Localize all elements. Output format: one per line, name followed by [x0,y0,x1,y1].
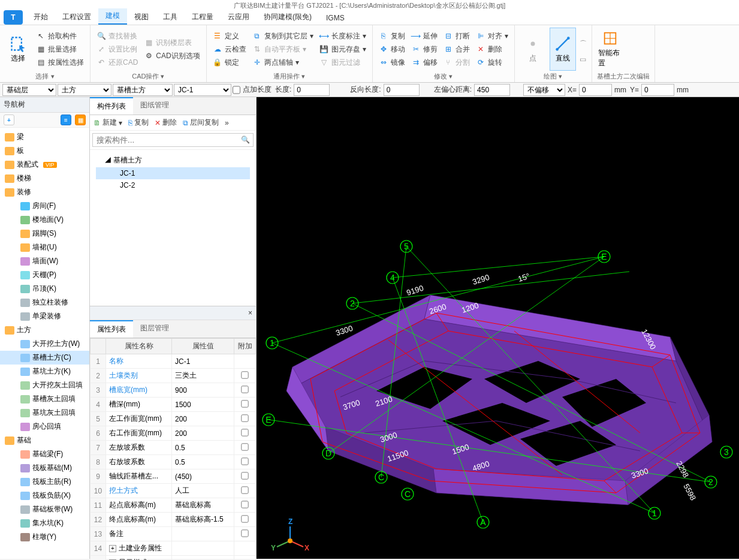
cloud-check[interactable]: ☁云检查 [212,44,248,55]
nav-item[interactable]: 柱墩(Y) [0,530,89,544]
category-select[interactable]: 土方 [58,84,111,96]
nav-item[interactable]: 装配式VIP [0,158,89,171]
property-row[interactable]: 6右工作面宽(mm)200 [91,426,256,441]
nav-item[interactable]: 踢脚(S) [0,227,89,240]
length-input[interactable] [294,84,330,96]
prop-value[interactable]: 200 [172,412,234,426]
offset-select[interactable]: 不偏移 [523,84,565,96]
tab-modeling[interactable]: 建模 [98,8,127,25]
prop-value[interactable]: JC-1 [172,354,234,369]
mirror[interactable]: ⇔镜像 [378,57,406,68]
prop-value[interactable]: 人工 [172,484,234,498]
eccentric-input[interactable] [474,84,510,96]
property-row[interactable]: 10挖土方式人工 [91,484,256,498]
tab-collab[interactable]: 协同建模(限免) [257,10,319,25]
nav-item[interactable]: 筏板负筋(X) [0,489,89,502]
layer-copy-button[interactable]: ⧉层间复制 [183,118,219,128]
element-filter[interactable]: ▽图元过滤 [318,57,367,68]
nav-item[interactable]: 土方 [0,323,89,337]
nav-item[interactable]: 筏板基础(M) [0,461,89,475]
nav-item[interactable]: 墙裙(U) [0,240,89,254]
tab-layer-mgmt[interactable]: 图层管理 [133,320,176,338]
find-replace[interactable]: 🔍查找替换 [95,31,139,42]
property-row[interactable]: 1名称JC-1 [91,354,256,369]
tab-tools[interactable]: 工具 [156,10,185,25]
prop-extra-checkbox[interactable] [241,429,248,436]
layer-select[interactable]: 基础层 [2,84,56,96]
trim[interactable]: ✂修剪 [410,44,439,55]
expand-icon[interactable]: + [109,545,116,552]
tab-cloud[interactable]: 云应用 [221,10,257,25]
tab-property-list[interactable]: 属性列表 [90,320,133,338]
property-row[interactable]: 14+土建业务属性 [91,541,256,556]
prop-extra-checkbox[interactable] [241,501,248,508]
nav-item[interactable]: 大开挖土方(W) [0,337,89,351]
nav-item[interactable]: 楼梯 [0,171,89,185]
prop-extra-checkbox[interactable] [241,386,248,393]
prop-extra-checkbox[interactable] [241,400,248,407]
nav-item[interactable]: 单梁装修 [0,309,89,323]
prop-extra-checkbox[interactable] [241,457,248,465]
property-row[interactable]: 2土壤类别三类土 [91,369,256,383]
nav-item[interactable]: 墙面(W) [0,254,89,268]
tab-component-list[interactable]: 构件列表 [90,97,133,115]
nav-item[interactable]: 装修 [0,185,89,199]
nav-item[interactable]: 基础板带(W) [0,502,89,516]
property-row[interactable]: 12终点底标高(m)基础底标高-1.5 [91,513,256,527]
copy-component-button[interactable]: ⎘复制 [128,118,149,128]
prop-extra-checkbox[interactable] [241,515,248,522]
nav-item[interactable]: 集水坑(K) [0,516,89,530]
prop-value[interactable]: 200 [172,426,234,441]
tab-view[interactable]: 视图 [127,10,156,25]
select-button[interactable]: 选择 [5,28,31,71]
prop-extra-checkbox[interactable] [241,529,248,537]
comp-item-jc1[interactable]: JC-1 [96,167,250,179]
y-input[interactable] [641,84,674,96]
nav-item[interactable]: 基坑灰土回填 [0,406,89,420]
property-row[interactable]: 8右放坡系数0.5 [91,455,256,469]
prop-extra-checkbox[interactable] [241,472,248,479]
prop-extra-checkbox[interactable] [241,486,248,493]
nav-item[interactable]: 梁 [0,130,89,144]
prop-value[interactable]: (450) [172,469,234,484]
move[interactable]: ✥移动 [378,44,406,55]
tab-drawing-mgmt[interactable]: 图纸管理 [133,97,176,115]
more-button[interactable]: » [225,119,229,127]
close-icon[interactable]: × [248,309,252,317]
nav-view1-button[interactable]: ≡ [61,115,71,125]
tab-igms[interactable]: IGMS [319,11,352,25]
batch-select[interactable]: ▦批量选择 [35,44,85,55]
nav-item[interactable]: 板 [0,144,89,158]
model-canvas[interactable]: 5421EEDCCA1239190329015°2600120033001230… [257,97,739,559]
comp-item-jc2[interactable]: JC-2 [96,179,250,191]
rotate[interactable]: ⟳旋转 [475,57,509,68]
nav-item[interactable]: 楼地面(V) [0,213,89,227]
define[interactable]: ☰定义 [212,31,248,42]
prop-value[interactable]: 1500 [172,398,234,412]
nav-item[interactable]: 基槽灰土回填 [0,392,89,406]
arc-icon[interactable]: ⌒ [580,39,587,49]
select-by-property[interactable]: ▤按属性选择 [35,57,85,68]
nav-item[interactable]: 基槽土方(C) [0,351,89,365]
split[interactable]: ⑂分割 [442,57,471,68]
delete[interactable]: ✕删除 [475,44,509,55]
tab-quantities[interactable]: 工程量 [185,10,221,25]
prop-extra-checkbox[interactable] [241,371,248,378]
reverse-length-input[interactable] [384,84,420,96]
3d-viewport[interactable]: 5421EEDCCA1239190329015°2600120033001230… [257,97,739,559]
nav-item[interactable]: 吊顶(K) [0,282,89,296]
add-length-checkbox[interactable] [233,84,240,96]
nav-item[interactable]: 筏板主筋(R) [0,475,89,489]
merge[interactable]: ⊞合并 [442,44,471,55]
cad-recognize-options[interactable]: ⚙CAD识别选项 [143,50,201,62]
prop-value[interactable] [172,556,234,561]
nav-item[interactable]: 房间(F) [0,199,89,213]
element-save[interactable]: 💾图元存盘 ▾ [318,44,367,55]
point-button[interactable]: 点 [520,28,546,71]
smart-layout-button[interactable]: 智能布置 [597,28,623,71]
two-point-axis[interactable]: ✛两点辅轴 ▾ [251,57,315,68]
prop-value[interactable]: 基础底标高-1.5 [172,513,234,527]
prop-extra-checkbox[interactable] [241,443,248,450]
length-dim[interactable]: ⟷长度标注 ▾ [318,31,367,42]
tab-project-settings[interactable]: 工程设置 [55,10,98,25]
